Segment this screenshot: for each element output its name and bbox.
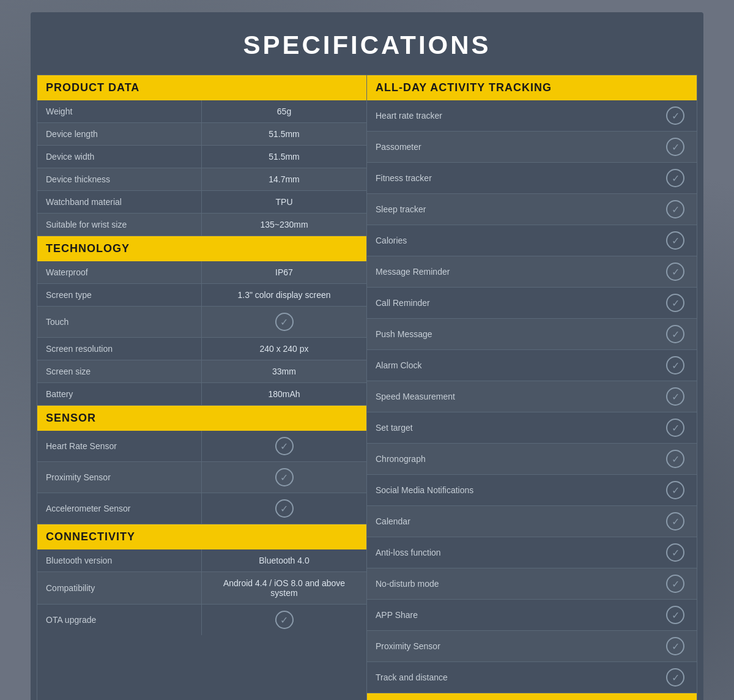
table-row: Set target✓ — [367, 412, 697, 444]
check-icon: ✓ — [666, 169, 684, 187]
table-row: Proximity Sensor✓ — [367, 631, 697, 662]
cell-label: Screen type — [37, 284, 202, 306]
section-header: CONNECTIVITY — [37, 524, 366, 549]
cell-value: ✓ — [654, 475, 697, 505]
table-row: Accelerometer Sensor✓ — [37, 493, 366, 524]
cell-value: ✓ — [654, 412, 697, 443]
cell-value: ✓ — [654, 225, 697, 256]
cell-label: Screen size — [37, 360, 202, 382]
cell-value: ✓ — [654, 288, 697, 318]
cell-label: Device thickness — [37, 168, 202, 190]
cell-label: Device width — [37, 146, 202, 168]
cell-label: APP Share — [367, 600, 654, 630]
specs-container: SPECIFICATIONS PRODUCT DATAWeight65gDevi… — [31, 12, 703, 700]
cell-value: ✓ — [202, 493, 366, 524]
table-row: Message Reminder✓ — [367, 256, 697, 288]
cell-value: IP67 — [202, 261, 366, 283]
check-icon: ✓ — [666, 450, 684, 468]
cell-label: Push Message — [367, 319, 654, 349]
table-row: Chronograph✓ — [367, 444, 697, 475]
cell-label: Touch — [37, 307, 202, 337]
left-column: PRODUCT DATAWeight65gDevice length51.5mm… — [37, 75, 367, 700]
table-row: Calendar✓ — [367, 506, 697, 537]
table-row: Touch✓ — [37, 307, 366, 338]
cell-value: TPU — [202, 191, 366, 213]
cell-label: Fitness tracker — [367, 163, 654, 193]
cell-label: Proximity Sensor — [37, 462, 202, 493]
table-row: Passometer✓ — [367, 132, 697, 163]
cell-value: ✓ — [654, 631, 697, 661]
cell-value: ✓ — [654, 194, 697, 225]
check-icon: ✓ — [666, 481, 684, 499]
table-row: Fitness tracker✓ — [367, 163, 697, 194]
cell-label: Compatibility — [37, 572, 202, 604]
cell-value: ✓ — [654, 537, 697, 568]
cell-value: ✓ — [202, 431, 366, 461]
cell-value: ✓ — [654, 319, 697, 349]
cell-label: No-disturb mode — [367, 568, 654, 599]
check-icon: ✓ — [275, 313, 294, 331]
page-title: SPECIFICATIONS — [37, 18, 697, 75]
table-row: Device length51.5mm — [37, 123, 366, 146]
cell-value: ✓ — [654, 163, 697, 193]
cell-label: Weight — [37, 100, 202, 122]
cell-label: Calories — [367, 225, 654, 256]
cell-value: ✓ — [202, 605, 366, 635]
cell-label: Track and distance — [367, 662, 654, 693]
table-row: Call Reminder✓ — [367, 288, 697, 319]
cell-label: Bluetooth version — [37, 549, 202, 572]
check-icon: ✓ — [666, 512, 684, 531]
table-row: Anti-loss function✓ — [367, 537, 697, 568]
cell-value: ✓ — [654, 568, 697, 599]
cell-label: Accelerometer Sensor — [37, 493, 202, 524]
cell-value: Bluetooth 4.0 — [202, 549, 366, 572]
cell-label: Sleep tracker — [367, 194, 654, 225]
cell-value: ✓ — [654, 506, 697, 537]
check-icon: ✓ — [666, 231, 684, 250]
table-row: Proximity Sensor✓ — [37, 462, 366, 493]
cell-label: Call Reminder — [367, 288, 654, 318]
cell-label: Set target — [367, 412, 654, 443]
table-row: Heart Rate Sensor✓ — [37, 431, 366, 462]
table-row: WaterproofIP67 — [37, 261, 366, 284]
cell-value: ✓ — [654, 444, 697, 474]
cell-value: ✓ — [654, 132, 697, 162]
cell-value: 14.7mm — [202, 168, 366, 190]
right-column: ALL-DAY ACTIVITY TRACKINGHeart rate trac… — [367, 75, 697, 700]
table-row: Social Media Notifications✓ — [367, 475, 697, 506]
section-header: TECHNOLOGY — [37, 236, 366, 261]
cell-value: ✓ — [654, 381, 697, 412]
table-row: Speed Measurement✓ — [367, 381, 697, 412]
table-row: Device width51.5mm — [37, 146, 366, 168]
cell-label: Chronograph — [367, 444, 654, 474]
check-icon: ✓ — [666, 262, 684, 281]
check-icon: ✓ — [275, 611, 294, 629]
table-row: Bluetooth versionBluetooth 4.0 — [37, 549, 366, 572]
cell-label: Battery — [37, 383, 202, 405]
table-row: Push Message✓ — [367, 319, 697, 350]
cell-label: Device length — [37, 123, 202, 145]
table-row: CompatibilityAndroid 4.4 / iOS 8.0 and a… — [37, 572, 366, 605]
table-row: Weight65g — [37, 100, 366, 123]
cell-value: Android 4.4 / iOS 8.0 and above system — [202, 572, 366, 604]
check-icon: ✓ — [666, 294, 684, 312]
table-row: Screen resolution240 x 240 px — [37, 338, 366, 360]
cell-value: 33mm — [202, 360, 366, 382]
cell-value: ✓ — [654, 662, 697, 693]
cell-label: Heart Rate Sensor — [37, 431, 202, 461]
check-icon: ✓ — [666, 138, 684, 156]
cell-value: ✓ — [654, 350, 697, 381]
check-icon: ✓ — [666, 387, 684, 406]
cell-label: Heart rate tracker — [367, 100, 654, 131]
check-icon: ✓ — [666, 325, 684, 343]
section-header: SENSOR — [37, 406, 366, 431]
check-icon: ✓ — [666, 606, 684, 624]
cell-label: Calendar — [367, 506, 654, 537]
cell-label: Suitable for wrist size — [37, 214, 202, 236]
section-header: ALL-DAY ACTIVITY TRACKING — [367, 75, 697, 100]
table-row: OTA upgrade✓ — [37, 605, 366, 635]
table-row: Heart rate tracker✓ — [367, 100, 697, 132]
cell-label: Alarm Clock — [367, 350, 654, 381]
table-row: Watchband materialTPU — [37, 191, 366, 214]
cell-label: Watchband material — [37, 191, 202, 213]
